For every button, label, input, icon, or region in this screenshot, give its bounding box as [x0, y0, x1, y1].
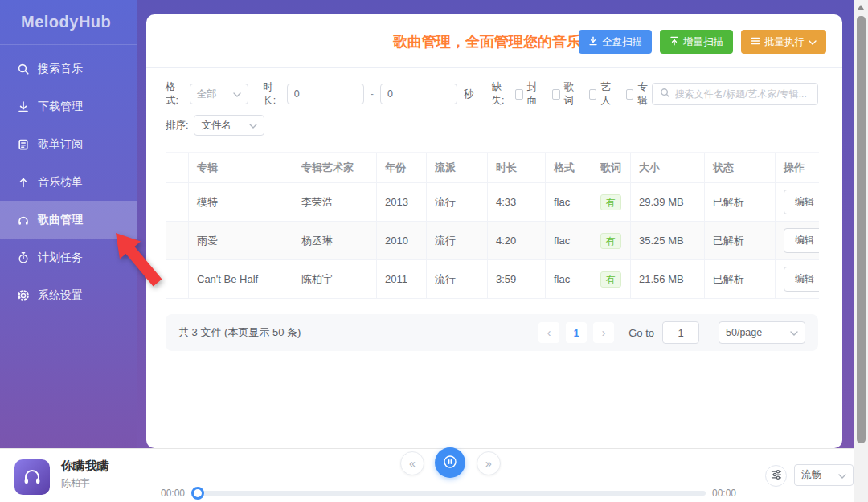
checkbox-icon: [589, 89, 597, 100]
goto-label: Go to: [628, 327, 654, 339]
search-input-wrapper: [652, 83, 818, 105]
col-actions: 操作: [776, 153, 819, 183]
sidebar-item-label: 计划任务: [38, 251, 83, 265]
cell-format: flac: [546, 222, 592, 260]
full-scan-button[interactable]: 全盘扫描: [579, 30, 652, 54]
duration-unit: 秒: [464, 88, 474, 101]
incremental-scan-button[interactable]: 增量扫描: [660, 30, 733, 54]
cell-album: 雨爱: [189, 222, 293, 260]
headphones-icon: [17, 214, 30, 227]
sidebar-item-label: 音乐榜单: [38, 175, 83, 190]
total-time: 00:00: [712, 488, 754, 499]
table-row[interactable]: 模特 李荣浩 2013 流行 4:33 flac 有 29.39 MB 已解析 …: [166, 183, 819, 222]
download-icon: [17, 100, 30, 113]
next-page-button[interactable]: ›: [593, 322, 614, 343]
cell-album-artist: 李荣浩: [293, 183, 377, 222]
missing-checkbox-group: 封面 歌词 艺人 专辑: [515, 80, 652, 108]
pagination-bar: 共 3 文件 (本页显示 50 条) ‹ 1 › Go to 50/page: [166, 314, 818, 351]
cell-format: flac: [546, 260, 592, 299]
sidebar-item-label: 系统设置: [38, 288, 83, 303]
next-track-button[interactable]: »: [477, 451, 501, 475]
cell-duration: 4:33: [488, 183, 546, 222]
format-select[interactable]: 全部: [190, 84, 249, 104]
previous-track-button[interactable]: «: [400, 451, 424, 475]
sidebar-item-search-music[interactable]: 搜索音乐: [0, 50, 137, 88]
cell-format: flac: [546, 183, 592, 222]
equalizer-button[interactable]: [765, 465, 787, 487]
batch-execute-button[interactable]: 批量执行: [741, 30, 826, 54]
sidebar-item-music-charts[interactable]: 音乐榜单: [0, 163, 137, 201]
panel-body: 格式: 全部 时长: - 秒 缺失: 封面: [146, 68, 842, 351]
edit-button[interactable]: 编辑: [784, 228, 819, 253]
scrollbar-up-arrow-icon[interactable]: [858, 5, 864, 10]
search-input[interactable]: [675, 88, 810, 100]
sidebar-item-label: 搜索音乐: [38, 62, 83, 76]
page-size-select[interactable]: 50/page: [719, 321, 805, 344]
missing-cover-checkbox[interactable]: 封面: [515, 80, 541, 108]
col-status: 状态: [705, 153, 776, 183]
duration-label: 时长:: [263, 80, 281, 108]
arrow-up-icon: [17, 176, 30, 189]
prev-page-button[interactable]: ‹: [538, 322, 559, 343]
col-size: 大小: [631, 153, 705, 183]
sliders-icon: [771, 469, 782, 483]
table-header-row: 专辑 专辑艺术家 年份 流派 时长 格式 歌词 大小 状态 操作: [166, 153, 819, 183]
table-row[interactable]: Can't Be Half 陈柏宇 2011 流行 3:59 flac 有 21…: [166, 260, 819, 299]
lyrics-badge: 有: [600, 233, 621, 249]
edit-button[interactable]: 编辑: [784, 267, 819, 292]
sidebar-item-playlist-subscriptions[interactable]: 歌单订阅: [0, 125, 137, 163]
quality-select[interactable]: 流畅: [794, 464, 854, 486]
missing-album-checkbox[interactable]: 专辑: [626, 80, 652, 108]
pagination-summary: 共 3 文件 (本页显示 50 条): [178, 325, 301, 340]
progress-track[interactable]: [193, 491, 706, 496]
duration-min-input[interactable]: [287, 84, 364, 104]
lyrics-badge: 有: [600, 194, 621, 210]
cell-status: 已解析: [705, 260, 776, 299]
progress-knob[interactable]: [191, 487, 204, 500]
scrollbar-thumb[interactable]: [857, 16, 866, 443]
vertical-scrollbar[interactable]: [854, 0, 868, 502]
edit-button[interactable]: 编辑: [784, 190, 819, 214]
chevron-down-icon: [809, 36, 817, 47]
player-bar: 你瞒我瞒 陈柏宇 00:00 00:00 « » 流畅: [0, 448, 868, 502]
chevron-down-icon: [249, 120, 257, 131]
missing-artist-checkbox[interactable]: 艺人: [589, 80, 615, 108]
duration-max-input[interactable]: [380, 84, 457, 104]
cell-duration: 4:20: [488, 222, 546, 260]
filter-row-2: 排序: 文件名: [166, 115, 818, 136]
main-panel: 歌曲管理，全面管理您的音乐库 全盘扫描 增量扫描 批量执行: [146, 14, 842, 448]
cell-genre: 流行: [427, 260, 488, 299]
sort-select[interactable]: 文件名: [194, 115, 264, 136]
sidebar-item-downloads[interactable]: 下载管理: [0, 88, 137, 125]
cell-status: 已解析: [705, 183, 776, 222]
pause-icon: [442, 454, 458, 472]
page-number-1[interactable]: 1: [566, 322, 587, 343]
cell-genre: 流行: [427, 183, 488, 222]
app-logo: MelodyHub: [0, 0, 137, 45]
cell-year: 2010: [377, 222, 427, 260]
missing-lyrics-checkbox[interactable]: 歌词: [552, 80, 578, 108]
cell-size: 21.56 MB: [631, 260, 705, 299]
cell-genre: 流行: [427, 222, 488, 260]
cell-album-artist: 杨丞琳: [293, 222, 377, 260]
play-pause-button[interactable]: [435, 447, 465, 478]
elapsed-time: 00:00: [143, 488, 185, 499]
gear-icon: [17, 289, 30, 302]
lyrics-badge: 有: [600, 271, 621, 288]
pagination-controls: ‹ 1 › Go to 50/page: [532, 321, 805, 344]
goto-page-input[interactable]: [662, 321, 699, 344]
col-duration: 时长: [488, 153, 546, 183]
scan-download-icon: [588, 36, 598, 48]
cell-size: 35.25 MB: [631, 222, 705, 260]
now-playing-artist: 陈柏宇: [61, 476, 90, 490]
cell-size: 29.39 MB: [631, 183, 705, 222]
cell-year: 2013: [377, 183, 427, 222]
chevron-down-icon: [233, 88, 241, 100]
now-playing-title: 你瞒我瞒: [61, 459, 109, 474]
checkbox-icon: [515, 89, 523, 100]
scan-upload-icon: [669, 36, 679, 48]
panel-header: 歌曲管理，全面管理您的音乐库 全盘扫描 增量扫描 批量执行: [146, 14, 842, 68]
table-row[interactable]: 雨爱 杨丞琳 2010 流行 4:20 flac 有 35.25 MB 已解析 …: [166, 222, 819, 260]
cell-album-artist: 陈柏宇: [293, 260, 377, 299]
sidebar-item-label: 歌单订阅: [38, 137, 83, 152]
